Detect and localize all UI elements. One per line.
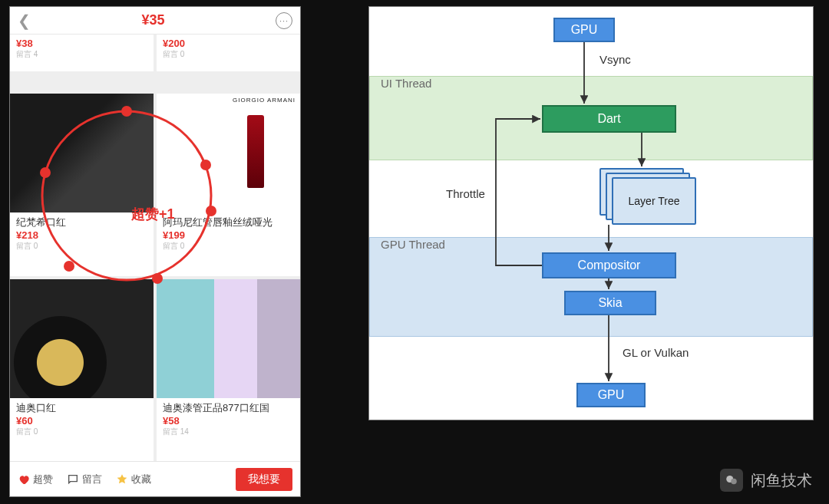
svg-point-13	[731, 479, 737, 485]
like-label: 超赞	[33, 473, 53, 486]
product-card[interactable]: ¥38 留言 4	[10, 35, 154, 71]
product-comments: 留言 0	[163, 49, 294, 60]
product-image	[10, 279, 154, 398]
product-comments: 留言 14	[163, 427, 294, 437]
wechat-icon	[720, 469, 743, 492]
product-card[interactable]: ¥200 留言 0	[157, 35, 300, 71]
action-bar: 超赞 留言 收藏 我想要	[10, 461, 300, 496]
product-price: ¥218	[16, 229, 147, 241]
watermark-text: 闲鱼技术	[751, 470, 812, 491]
want-button[interactable]: 我想要	[236, 468, 292, 491]
chat-icon	[67, 473, 79, 486]
message-button[interactable]: 留言	[67, 473, 102, 486]
heart-icon	[18, 473, 30, 486]
product-price: ¥58	[163, 415, 294, 427]
product-price: ¥38	[16, 38, 147, 49]
product-card[interactable]: 纪梵希口红 ¥218 留言 0	[10, 94, 154, 275]
product-price: ¥199	[163, 229, 294, 241]
product-comments: 留言 0	[16, 427, 147, 437]
edge-gl-label: GL or Vulkan	[623, 346, 689, 359]
back-icon[interactable]: ❮	[18, 12, 31, 30]
product-image	[10, 94, 154, 212]
flutter-pipeline-diagram: UI Thread GPU Thread GPU Dart Compositor…	[368, 6, 814, 420]
app-topbar: ❮ ¥35 ···	[10, 7, 300, 35]
mobile-app-screenshot: ❮ ¥35 ··· ¥38 留言 4 ¥200 留言 0 纪梵希口红 ¥218 …	[9, 6, 301, 497]
product-comments: 留言 0	[16, 241, 147, 252]
product-card[interactable]: 阿玛尼红管唇釉丝绒哑光 ¥199 留言 0	[157, 94, 300, 275]
message-label: 留言	[82, 473, 102, 486]
product-image	[157, 279, 300, 398]
product-comments: 留言 4	[16, 49, 147, 60]
product-card[interactable]: 迪奥漆管正品877口红国 ¥58 留言 14	[157, 279, 300, 461]
favorite-label: 收藏	[131, 473, 151, 486]
product-grid: ¥38 留言 4 ¥200 留言 0 纪梵希口红 ¥218 留言 0 阿玛尼红管…	[10, 35, 300, 461]
product-comments: 留言 0	[163, 241, 294, 252]
product-name: 纪梵希口红	[16, 216, 147, 229]
like-button[interactable]: 超赞	[18, 473, 53, 486]
edge-vsync-label: Vsync	[599, 53, 631, 66]
product-card[interactable]: 迪奥口红 ¥60 留言 0	[10, 279, 154, 461]
diagram-arrows	[369, 7, 813, 420]
star-icon	[116, 473, 128, 486]
watermark: 闲鱼技术	[720, 469, 812, 492]
product-name: 迪奥漆管正品877口红国	[163, 401, 294, 415]
product-price: ¥200	[163, 38, 294, 49]
product-image	[157, 94, 300, 212]
product-name: 阿玛尼红管唇釉丝绒哑光	[163, 216, 294, 229]
want-label: 我想要	[248, 473, 280, 485]
more-icon[interactable]: ···	[276, 12, 292, 29]
edge-throttle-label: Throttle	[446, 187, 485, 200]
favorite-button[interactable]: 收藏	[116, 473, 151, 486]
product-name: 迪奥口红	[16, 401, 147, 415]
product-price: ¥60	[16, 415, 147, 427]
page-title: ¥35	[141, 12, 164, 28]
